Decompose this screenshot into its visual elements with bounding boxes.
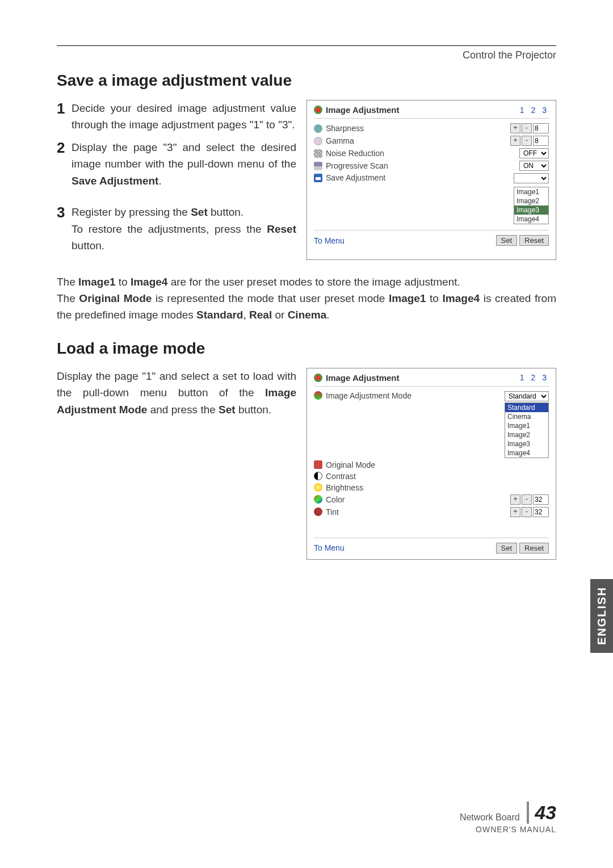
- step-num-3: 3: [57, 204, 72, 254]
- mode-dropdown-open[interactable]: Standard Cinema Image1 Image2 Image3 Ima…: [505, 402, 549, 458]
- image-adjustment-panel-1: Image Adjustment 1 2 3 Image Adjustment …: [306, 368, 556, 560]
- image-adjustment-panel-3: Image Adjustment 1 2 3 Sharpness + - Gam…: [306, 100, 556, 260]
- save-opt-image4[interactable]: Image4: [514, 215, 548, 224]
- mode-select[interactable]: Standard: [505, 391, 549, 401]
- language-tab: ENGLISH: [590, 579, 613, 653]
- mode-opt-standard[interactable]: Standard: [505, 403, 548, 412]
- save-icon: [314, 174, 322, 182]
- noise-icon: [314, 149, 322, 158]
- mode-opt-image2[interactable]: Image2: [505, 430, 548, 439]
- breadcrumb: Control the Projector: [57, 49, 556, 61]
- step-1-text: Decide your desired image adjustment val…: [72, 100, 296, 133]
- sharpness-label: Sharpness: [326, 124, 364, 133]
- palette-icon: [314, 106, 322, 114]
- footer-bottom: OWNER'S MANUAL: [460, 825, 556, 834]
- page-number: 43: [527, 802, 556, 824]
- color-label: Color: [326, 495, 345, 504]
- noise-label: Noise Reduction: [326, 149, 384, 158]
- gamma-plus[interactable]: +: [510, 136, 520, 146]
- section-title-save: Save a image adjustment value: [57, 72, 556, 90]
- panel2-set-button[interactable]: Set: [496, 543, 518, 553]
- sharpness-input[interactable]: [533, 123, 549, 133]
- color-input[interactable]: [533, 494, 549, 505]
- save-dropdown-open[interactable]: Image1 Image2 Image3 Image4: [514, 187, 549, 224]
- original-mode-icon: [314, 460, 322, 469]
- noise-select[interactable]: OFF: [519, 148, 549, 158]
- save-select[interactable]: [514, 173, 549, 183]
- step-2-text: Display the page "3" and select the desi…: [72, 139, 296, 189]
- contrast-label: Contrast: [326, 472, 356, 481]
- step-num-2: 2: [57, 139, 72, 189]
- tint-plus[interactable]: +: [510, 507, 520, 517]
- panel2-title: Image Adjustment: [326, 373, 399, 383]
- save-opt-image3[interactable]: Image3: [514, 206, 548, 215]
- progressive-label: Progressive Scan: [326, 161, 388, 170]
- mode-opt-cinema[interactable]: Cinema: [505, 412, 548, 421]
- progressive-select[interactable]: ON: [519, 161, 549, 171]
- gamma-label: Gamma: [326, 136, 354, 145]
- save-opt-image2[interactable]: Image2: [514, 196, 548, 206]
- tint-label: Tint: [326, 508, 339, 517]
- color-plus[interactable]: +: [510, 494, 520, 505]
- progressive-icon: [314, 162, 322, 170]
- mode-icon: [314, 391, 322, 400]
- original-label: Original Mode: [326, 460, 375, 469]
- save-label: Save Adjustment: [326, 173, 385, 182]
- panel1-to-menu[interactable]: To Menu: [314, 236, 494, 245]
- load-body: Display the page "1" and select a set to…: [57, 368, 296, 560]
- panel2-page-links[interactable]: 1 2 3: [520, 373, 549, 382]
- contrast-icon: [314, 472, 322, 480]
- step-num-1: 1: [57, 100, 72, 133]
- brightness-icon: [314, 483, 322, 492]
- mid-paragraph: The Image1 to Image4 are for the user pr…: [57, 274, 556, 324]
- tint-input[interactable]: [533, 507, 549, 517]
- mode-opt-image3[interactable]: Image3: [505, 439, 548, 448]
- palette-icon: [314, 374, 322, 382]
- mode-opt-image1[interactable]: Image1: [505, 421, 548, 430]
- step-3-text: Register by pressing the Set button. To …: [72, 204, 296, 254]
- panel2-to-menu[interactable]: To Menu: [314, 543, 494, 552]
- sharpness-plus[interactable]: +: [510, 123, 520, 133]
- gamma-minus[interactable]: -: [522, 136, 532, 146]
- panel2-reset-button[interactable]: Reset: [519, 543, 549, 553]
- panel1-set-button[interactable]: Set: [496, 235, 518, 246]
- sharpness-icon: [314, 124, 322, 133]
- save-opt-image1[interactable]: Image1: [514, 187, 548, 196]
- panel1-page-links[interactable]: 1 2 3: [520, 106, 549, 115]
- tint-icon: [314, 508, 322, 516]
- panel1-reset-button[interactable]: Reset: [519, 235, 549, 246]
- panel1-title: Image Adjustment: [326, 105, 399, 115]
- brightness-label: Brightness: [326, 483, 363, 492]
- gamma-icon: [314, 137, 322, 145]
- sharpness-minus[interactable]: -: [522, 123, 532, 133]
- color-icon: [314, 495, 322, 504]
- color-minus[interactable]: -: [522, 494, 532, 505]
- section-title-load: Load a image mode: [57, 339, 556, 358]
- footer-top: Network Board: [460, 812, 520, 824]
- mode-label: Image Adjustment Mode: [326, 391, 412, 400]
- tint-minus[interactable]: -: [522, 507, 532, 517]
- mode-opt-image4[interactable]: Image4: [505, 448, 548, 458]
- gamma-input[interactable]: [533, 136, 549, 146]
